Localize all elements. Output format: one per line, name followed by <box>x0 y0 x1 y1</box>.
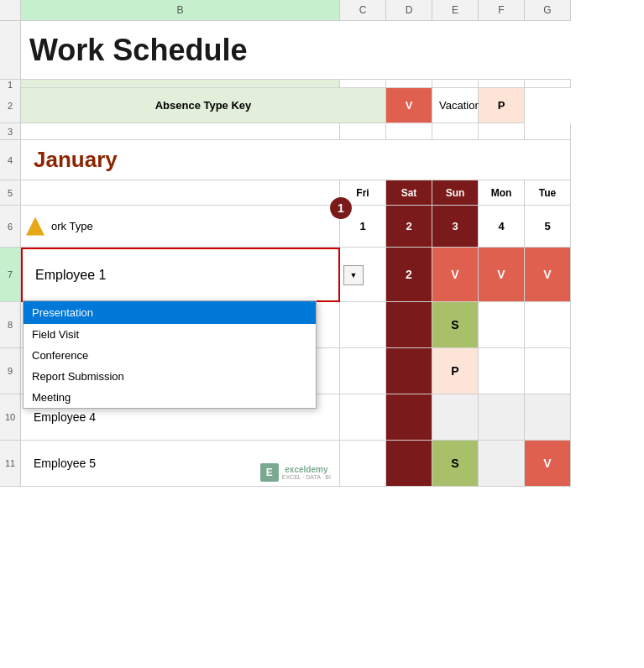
row9-tue <box>525 348 571 394</box>
row-num-5: 5 <box>0 180 21 206</box>
row1-c <box>340 80 386 88</box>
corner-cell <box>0 0 21 21</box>
dropdown-list: Presentation Field Visit Conference Repo… <box>23 300 317 409</box>
row3-g <box>525 123 571 140</box>
col-header-e: E <box>432 0 479 21</box>
january-cell: January <box>21 140 571 180</box>
vacation-label-cell: Vacation <box>432 88 479 123</box>
vacation-code-cell: V <box>386 88 432 123</box>
work-type-label: ork Type <box>51 220 93 232</box>
dropdown-item-conference[interactable]: Conference <box>24 345 316 366</box>
vacation-label: Vacation <box>439 99 481 112</box>
employee-1-name: Employee 1 <box>35 268 107 283</box>
row-num-6: 6 <box>0 206 21 248</box>
row1-g <box>525 80 571 88</box>
row-num-10: 10 <box>0 394 21 441</box>
date-3: 3 <box>432 206 479 248</box>
dropdown-item-report-submission[interactable]: Report Submission <box>24 366 316 387</box>
row-num-11: 11 <box>0 441 21 487</box>
col-header-d: D <box>386 0 432 21</box>
work-type-cell: ork Type 1 <box>21 206 340 248</box>
row3-b <box>21 123 340 140</box>
employee-1-cell[interactable]: Employee 1 ▼ Presentation Field Visit Co… <box>21 248 340 302</box>
spreadsheet: B C D E F G Work Schedule 1 2 Absence Ty… <box>0 0 644 668</box>
row10-tue <box>525 394 571 441</box>
employee-5-cell: Employee 5 E exceldemy EXCEL · DATA · BI <box>21 441 340 487</box>
row-11: 11 Employee 5 E exceldemy EXCEL · DATA ·… <box>0 441 644 487</box>
col-header-c: C <box>340 0 386 21</box>
step-1-badge: 1 <box>330 197 352 219</box>
personal-code: P <box>498 99 505 112</box>
row3-d <box>386 123 432 140</box>
row1-b <box>21 80 340 88</box>
absence-key-label: Absence Type Key <box>155 99 252 112</box>
day-sat: Sat <box>386 180 432 206</box>
row11-sun: S <box>432 441 479 487</box>
dropdown-item-field-visit[interactable]: Field Visit <box>24 324 316 345</box>
row-5-days: 5 Fri Sat Sun Mon Tue <box>0 180 644 206</box>
employee-4-name: Employee 4 <box>34 410 96 424</box>
row7-tue: V <box>525 248 571 302</box>
row-num-blank <box>0 21 21 80</box>
row-1: 1 <box>0 80 644 88</box>
row1-d <box>386 80 432 88</box>
row3-c <box>340 123 386 140</box>
row11-mon <box>479 441 525 487</box>
dropdown-item-presentation[interactable]: Presentation <box>24 301 316 324</box>
col-header-f: F <box>479 0 525 21</box>
row10-sat <box>386 394 432 441</box>
row9-sat <box>386 348 432 394</box>
vacation-code: V <box>406 99 413 112</box>
row-2: 2 Absence Type Key V Vacation P <box>0 88 644 123</box>
title-cell: Work Schedule <box>21 21 571 80</box>
col-header-b: B <box>21 0 340 21</box>
row11-sat <box>386 441 432 487</box>
row8-sat <box>386 302 432 348</box>
dropdown-trigger[interactable]: ▼ <box>343 265 364 285</box>
row7-sun: V <box>432 248 479 302</box>
personal-code-cell: P <box>479 88 525 123</box>
row10-mon <box>479 394 525 441</box>
row7-mon: V <box>479 248 525 302</box>
exceldemy-icon: E <box>260 463 279 482</box>
row5-b <box>21 180 340 206</box>
watermark: E exceldemy EXCEL · DATA · BI <box>260 463 331 482</box>
row3-e <box>432 123 479 140</box>
row1-f <box>479 80 525 88</box>
row8-sun: S <box>432 302 479 348</box>
row-6: 6 ork Type 1 1 2 3 4 5 <box>0 206 644 248</box>
date-4: 4 <box>479 206 525 248</box>
row8-tue <box>525 302 571 348</box>
step-2-badge: 2 <box>398 264 420 285</box>
dropdown-item-meeting[interactable]: Meeting <box>24 387 316 408</box>
row-3: 3 <box>0 123 644 140</box>
col-header-g: G <box>525 0 571 21</box>
employee-5-name: Employee 5 <box>34 457 96 470</box>
row-num-2: 2 <box>0 88 21 123</box>
row8-fri <box>340 302 386 348</box>
day-sun: Sun <box>432 180 479 206</box>
row9-fri <box>340 348 386 394</box>
row3-f <box>479 123 525 140</box>
date-5: 5 <box>525 206 571 248</box>
row7-sat: 2 <box>386 248 432 302</box>
row8-mon <box>479 302 525 348</box>
row1-e <box>432 80 479 88</box>
absence-key-label-cell: Absence Type Key <box>21 88 386 123</box>
day-tue: Tue <box>525 180 571 206</box>
row11-tue: V <box>525 441 571 487</box>
dropdown-arrow-icon: ▼ <box>350 271 358 279</box>
row-num-8: 8 <box>0 302 21 348</box>
exceldemy-text: exceldemy EXCEL · DATA · BI <box>282 465 331 481</box>
row-num-9: 9 <box>0 348 21 394</box>
row10-sun <box>432 394 479 441</box>
row11-fri <box>340 441 386 487</box>
column-headers-row: B C D E F G <box>0 0 644 21</box>
row9-mon <box>479 348 525 394</box>
title-row: Work Schedule <box>0 21 644 80</box>
date-2: 2 <box>386 206 432 248</box>
day-mon: Mon <box>479 180 525 206</box>
spreadsheet-title: Work Schedule <box>29 33 247 68</box>
row10-fri <box>340 394 386 441</box>
warning-icon <box>26 217 45 236</box>
